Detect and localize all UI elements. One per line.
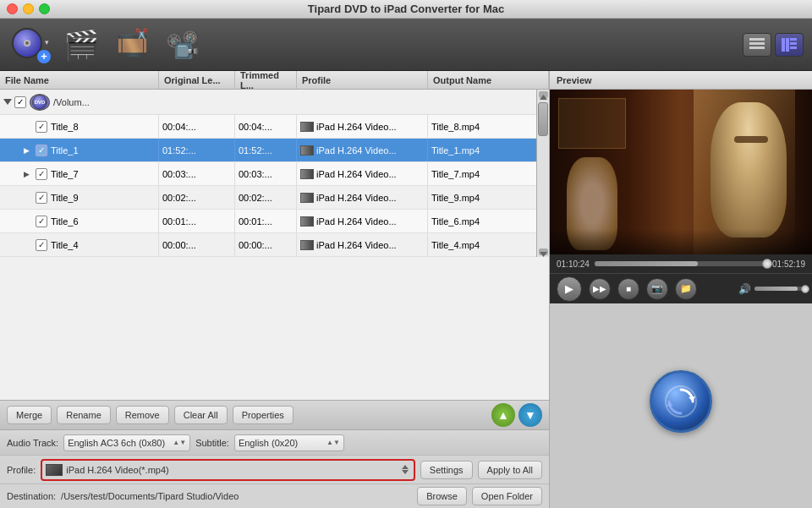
right-panel: Preview 01:10:2 [550,71,812,508]
profile-select-arrows[interactable] [402,465,409,474]
timeline-thumb[interactable] [762,259,772,269]
row-checkbox[interactable]: ✓ [36,239,47,251]
row-checkbox[interactable]: ✓ [36,168,47,180]
table-row[interactable]: ✓ Title_6 00:01:... 00:01:... iPad H.264… [0,210,536,233]
list-view-button[interactable] [743,33,771,57]
destination-row: Destination: /Users/test/Documents/Tipar… [0,484,549,508]
window-title: Tipard DVD to iPad Converter for Mac [308,3,504,15]
cell-output: Title_8.mp4 [428,115,536,138]
dvd-checkbox[interactable]: ✓ [14,96,26,108]
destination-label: Destination: [7,491,56,501]
detail-view-button[interactable] [775,33,804,57]
scroll-down-arrow[interactable] [539,249,548,255]
play-button[interactable]: ▶ [557,276,582,302]
svg-rect-6 [790,42,797,45]
volume-fill [754,287,798,291]
view-buttons [743,33,804,57]
dvd-root-row[interactable]: ✓ DVD /Volum... [0,90,536,115]
cell-output: Title_1.mp4 [428,139,536,161]
close-button[interactable] [7,3,18,14]
cell-trimmed: 00:04:... [235,115,297,138]
subtitle-select-arrow: ▲▼ [326,439,340,446]
remove-button[interactable]: Remove [116,406,169,424]
destination-path: /Users/test/Documents/Tipard Studio/Vide… [61,491,412,501]
apply-all-button[interactable]: Apply to All [478,461,542,479]
volume-thumb[interactable] [801,285,809,293]
film-convert-button[interactable]: 📽️ [161,25,205,65]
fast-forward-button[interactable]: ▶▶ [589,278,611,300]
scroll-thumb[interactable] [538,102,548,136]
profile-text: iPad H.264 Video... [316,216,397,227]
table-row[interactable]: ✓ Title_9 00:02:... 00:02:... iPad H.264… [0,186,536,210]
volume-bar[interactable] [754,287,805,291]
cell-profile: iPad H.264 Video... [297,162,428,185]
file-rows-container: ✓ Title_8 00:04:... 00:04:... iPad H.264… [0,115,536,257]
row-name: Title_7 [51,169,79,179]
profile-thumb [300,216,314,227]
svg-rect-3 [782,38,785,52]
controls-row: ▶ ▶▶ ■ 📷 📁 🔊 [550,273,812,303]
row-checkbox[interactable]: ✓ [36,121,47,133]
film-edit-button-2[interactable]: 🎞️ ✂️ [110,25,154,65]
move-up-button[interactable]: ▲ [491,403,515,427]
file-list-header: File Name Original Le... Trimmed L... Pr… [0,71,549,90]
stop-button[interactable]: ■ [617,278,639,300]
audio-select-arrow: ▲▼ [173,439,186,446]
subtitle-value: English (0x20) [239,438,323,448]
folder-button[interactable]: 📁 [675,278,697,300]
table-row[interactable]: ✓ Title_8 00:04:... 00:04:... iPad H.264… [0,115,536,139]
file-list-scroll[interactable]: ✓ DVD /Volum... ✓ Title_8 00:04:... 00:0… [0,90,536,257]
scroll-up-arrow[interactable] [539,91,548,98]
cell-original: 00:00:... [159,233,235,256]
timeline-bar[interactable] [595,261,767,266]
col-header-profile: Profile [297,71,428,89]
rename-button[interactable]: Rename [57,406,111,424]
settings-button[interactable]: Settings [420,461,473,479]
left-panel: File Name Original Le... Trimmed L... Pr… [0,71,550,508]
cell-original: 00:04:... [159,115,235,138]
maximize-button[interactable] [39,3,50,14]
audio-track-select[interactable]: English AC3 6ch (0x80) ▲▼ [63,434,190,451]
browse-button[interactable]: Browse [417,487,467,505]
move-down-button[interactable]: ▼ [518,403,542,427]
merge-button[interactable]: Merge [7,406,52,424]
row-checkbox[interactable]: ✓ [36,216,47,227]
col-header-output: Output Name [428,71,549,89]
list-scrollbar[interactable] [536,90,549,257]
title-bar: Tipard DVD to iPad Converter for Mac [0,0,812,19]
row-play-button[interactable]: ▶ [20,145,32,156]
open-folder-button[interactable]: Open Folder [472,487,542,505]
clear-all-button[interactable]: Clear All [174,406,228,424]
window-controls[interactable] [7,3,50,14]
expand-icon [3,99,12,105]
audio-track-value: English AC3 6ch (0x80) [68,438,169,448]
table-row[interactable]: ✓ Title_4 00:00:... 00:00:... iPad H.264… [0,233,536,257]
convert-button[interactable] [650,370,712,433]
row-checkbox[interactable]: ✓ [36,192,47,204]
properties-button[interactable]: Properties [233,406,294,424]
col-header-trimmed: Trimmed L... [235,71,297,89]
scroll-track[interactable] [537,98,549,249]
minimize-button[interactable] [23,3,34,14]
table-row[interactable]: ▶ ✓ Title_1 01:52:... 01:52:... iPad H.2… [0,139,536,162]
cell-trimmed: 00:02:... [235,186,297,209]
screenshot-button[interactable]: 📷 [646,278,668,300]
svg-marker-9 [540,252,547,257]
subtitle-select[interactable]: English (0x20) ▲▼ [234,434,344,451]
row-play-button[interactable]: ▶ [20,168,32,180]
row-play-placeholder [20,192,32,204]
cell-profile: iPad H.264 Video... [297,139,428,161]
audio-track-label: Audio Track: [7,438,58,448]
row-checkbox[interactable]: ✓ [36,145,47,156]
cell-profile: iPad H.264 Video... [297,186,428,209]
film-edit-button-1[interactable]: 🎬 [59,25,103,65]
dvd-root-label: /Volum... [53,97,90,107]
timeline-row: 01:10:24 01:52:19 [550,254,812,273]
profile-text: iPad H.264 Video... [316,145,397,156]
profile-thumb [300,240,314,250]
cell-profile: iPad H.264 Video... [297,115,428,138]
load-dvd-button[interactable]: + ▾ [8,25,52,65]
table-row[interactable]: ▶ ✓ Title_7 00:03:... 00:03:... iPad H.2… [0,162,536,186]
profile-value: iPad H.264 Video(*.mp4) [66,465,398,475]
cell-trimmed: 00:00:... [235,233,297,256]
